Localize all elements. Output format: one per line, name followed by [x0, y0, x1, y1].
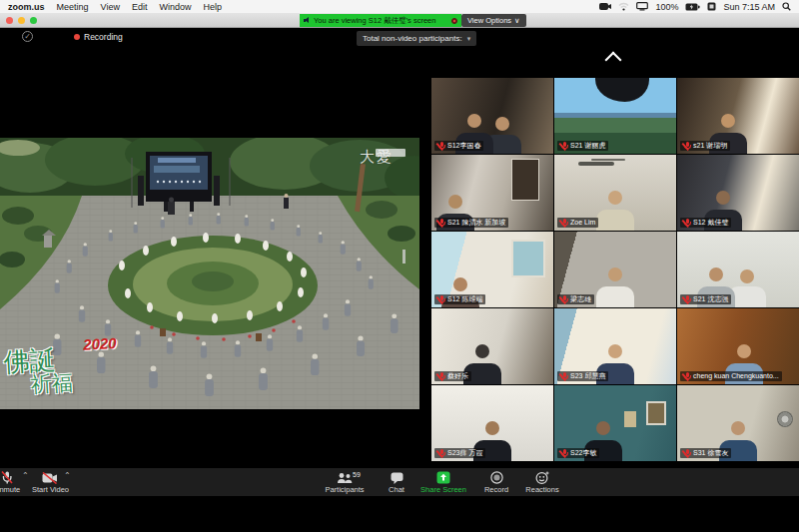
mic-muted-icon	[560, 219, 567, 228]
participant-name: 梁志雄	[570, 294, 591, 304]
participant-tile[interactable]: s21 谢瑞明	[677, 78, 799, 154]
video-title-graphic: 佛誕 祈福 2020	[3, 343, 117, 396]
participant-tile[interactable]: Zoe Lim	[554, 155, 676, 231]
reactions-button[interactable]: Reactions	[521, 468, 563, 494]
nonvideo-participants-dropdown[interactable]: Total non-video participants: ▾	[357, 31, 476, 46]
share-screen-icon	[436, 471, 450, 484]
mic-muted-icon	[560, 295, 567, 304]
participant-tile[interactable]: S23薛 万霞	[431, 385, 553, 461]
unmute-button[interactable]: Unmute	[0, 468, 20, 494]
encryption-shield-icon[interactable]: ✓	[22, 31, 33, 42]
participant-name: S22李敏	[570, 448, 596, 458]
battery-percent: 100%	[655, 2, 678, 12]
dropdown-arrow-icon: ▾	[467, 35, 471, 43]
speaker-icon	[304, 17, 311, 24]
mic-muted-icon	[683, 295, 690, 304]
mic-muted-icon	[1, 471, 13, 484]
chat-bubble-icon	[391, 472, 403, 484]
mic-muted-icon	[437, 295, 444, 304]
participant-tile[interactable]: S21 谢丽虎	[554, 78, 676, 154]
participant-gallery: S12李国春 S21 谢丽虎 s21 谢瑞明 S21 陳清水 新加坡 Zoe L…	[431, 78, 799, 461]
battery-icon[interactable]	[685, 3, 700, 11]
participant-name: S12 戴佳璧	[693, 218, 728, 228]
reactions-smiley-icon	[535, 471, 549, 484]
share-screen-button[interactable]: Share Screen	[417, 468, 469, 494]
mic-muted-icon	[437, 449, 444, 458]
participant-name: Zoe Lim	[570, 218, 595, 228]
participant-tile[interactable]: S23 邱慧燕	[554, 308, 676, 384]
recording-dot-icon	[74, 34, 80, 40]
participant-name: 蔡好乐	[447, 371, 468, 381]
participants-icon	[337, 472, 353, 484]
video-options-caret[interactable]: ⌃	[64, 471, 71, 480]
recording-indicator: Recording	[74, 32, 123, 42]
camera-status-icon[interactable]	[599, 2, 611, 11]
participant-tile[interactable]: cheng kuan Chengkuanto...	[677, 308, 799, 384]
participant-tile[interactable]: 蔡好乐	[431, 308, 553, 384]
mic-muted-icon	[560, 372, 567, 381]
menu-view[interactable]: View	[101, 2, 120, 12]
camera-muted-icon	[42, 472, 58, 484]
mic-muted-icon	[683, 372, 690, 381]
chat-button[interactable]: Chat	[382, 468, 411, 494]
participant-name: S23 邱慧燕	[570, 371, 605, 381]
participant-tile[interactable]: S21 沈志强	[677, 232, 799, 307]
menu-meeting[interactable]: Meeting	[57, 2, 89, 12]
mic-muted-icon	[560, 142, 567, 151]
mic-options-caret[interactable]: ⌃	[22, 471, 29, 480]
participant-name: S21 陳清水 新加坡	[447, 218, 505, 228]
participant-name: S31 徐雪友	[693, 448, 728, 458]
banner-message: You are viewing S12 戴佳璧's screen	[314, 16, 435, 26]
mic-muted-icon	[683, 219, 690, 228]
title-year: 2020	[83, 335, 117, 352]
menu-window[interactable]: Window	[159, 2, 191, 12]
viewing-screen-banner: You are viewing S12 戴佳璧's screen	[300, 14, 461, 27]
participant-name: cheng kuan Chengkuanto...	[693, 371, 779, 381]
record-icon	[490, 471, 503, 484]
mic-muted-icon	[560, 449, 567, 458]
participant-tile[interactable]: S21 陳清水 新加坡	[431, 155, 553, 231]
view-options-button[interactable]: View Options ∨	[461, 14, 526, 27]
mic-muted-icon	[437, 219, 444, 228]
chevron-down-icon: ∨	[514, 16, 520, 25]
minimize-window-button[interactable]	[18, 17, 25, 24]
menu-clock[interactable]: Sun 7:15 AM	[723, 2, 775, 12]
screen: zoom.us Meeting View Edit Window Help 10…	[0, 0, 799, 532]
view-options-label: View Options	[467, 16, 511, 25]
shared-screen-video: 大愛 佛誕 祈福 2020	[0, 138, 419, 409]
participants-button[interactable]: 59 Participants	[322, 468, 368, 494]
menu-app-name[interactable]: zoom.us	[8, 2, 45, 12]
close-window-button[interactable]	[6, 17, 13, 24]
input-source-icon[interactable]	[707, 2, 716, 11]
participant-tile[interactable]: S12 戴佳璧	[677, 155, 799, 231]
participant-name: S23薛 万霞	[447, 448, 482, 458]
zoom-window-button[interactable]	[30, 17, 37, 24]
participant-name: s21 谢瑞明	[693, 141, 727, 151]
menu-edit[interactable]: Edit	[132, 2, 148, 12]
watermark-badge	[376, 149, 405, 157]
daai-tv-watermark: 大愛	[360, 148, 394, 167]
menu-help[interactable]: Help	[203, 2, 222, 12]
meeting-toolbar: Unmute ⌃ Start Video ⌃ 59 Partic	[0, 468, 799, 496]
macos-menu-bar: zoom.us Meeting View Edit Window Help 10…	[0, 0, 799, 13]
display-mirroring-icon[interactable]	[636, 2, 648, 11]
participant-silhouette	[592, 267, 638, 307]
participant-name: S12李国春	[447, 141, 480, 151]
nonvideo-label: Total non-video participants:	[363, 34, 462, 43]
spotlight-search-icon[interactable]	[782, 2, 791, 11]
participant-name: S21 沈志强	[693, 294, 728, 304]
mic-muted-icon	[683, 142, 690, 151]
participant-tile[interactable]: S31 徐雪友	[677, 385, 799, 461]
title-line2: 祈福	[30, 369, 117, 394]
gallery-scroll-up-chevron-icon[interactable]	[605, 52, 627, 64]
mic-muted-icon	[683, 449, 690, 458]
wifi-icon[interactable]	[618, 2, 629, 11]
record-button[interactable]: Record	[479, 468, 513, 494]
recording-label: Recording	[84, 32, 123, 42]
participant-tile[interactable]: S12李国春	[431, 78, 553, 154]
participant-tile[interactable]: 梁志雄	[554, 232, 676, 307]
mic-muted-icon	[437, 142, 444, 151]
mic-muted-icon	[437, 372, 444, 381]
participant-tile[interactable]: S22李敏	[554, 385, 676, 461]
participant-tile[interactable]: S12 陈维端	[431, 232, 553, 307]
